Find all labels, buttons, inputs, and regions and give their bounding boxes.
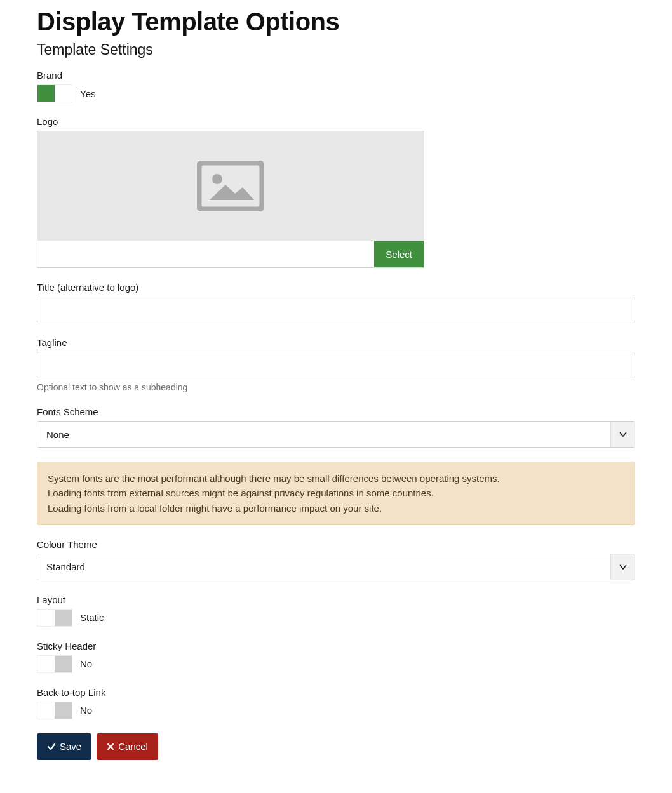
field-layout: Layout Static — [37, 594, 635, 627]
fonts-alert-line1: System fonts are the most performant alt… — [48, 471, 624, 486]
cancel-button-label: Cancel — [118, 741, 148, 752]
fonts-alert: System fonts are the most performant alt… — [37, 462, 635, 525]
backtotop-toggle[interactable] — [37, 702, 72, 719]
logo-select-button[interactable]: Select — [374, 241, 424, 267]
colour-label: Colour Theme — [37, 539, 635, 550]
action-row: Save Cancel — [37, 733, 635, 760]
fonts-label: Fonts Scheme — [37, 406, 635, 417]
chevron-down-icon — [610, 422, 635, 447]
logo-label: Logo — [37, 116, 635, 127]
tagline-help: Optional text to show as a subheading — [37, 382, 635, 392]
backtotop-label: Back-to-top Link — [37, 687, 635, 698]
colour-select[interactable]: Standard — [37, 554, 635, 580]
sticky-label: Sticky Header — [37, 641, 635, 651]
fonts-alert-line3: Loading fonts from a local folder might … — [48, 501, 624, 516]
page-subtitle: Template Settings — [37, 41, 635, 58]
field-colour: Colour Theme Standard — [37, 539, 635, 580]
fonts-value: None — [37, 422, 610, 447]
close-icon — [107, 743, 114, 750]
layout-toggle[interactable] — [37, 609, 72, 627]
brand-state: Yes — [80, 88, 95, 99]
fonts-select[interactable]: None — [37, 421, 635, 448]
chevron-down-icon — [610, 554, 635, 580]
image-placeholder-icon — [197, 161, 264, 211]
field-backtotop: Back-to-top Link No — [37, 687, 635, 719]
sticky-state: No — [80, 658, 92, 669]
page-title: Display Template Options — [37, 8, 635, 36]
field-sticky: Sticky Header No — [37, 641, 635, 673]
check-icon — [47, 742, 56, 751]
colour-value: Standard — [37, 554, 610, 580]
field-tagline: Tagline Optional text to show as a subhe… — [37, 337, 635, 392]
sticky-toggle[interactable] — [37, 655, 72, 673]
field-fonts: Fonts Scheme None — [37, 406, 635, 448]
cancel-button[interactable]: Cancel — [97, 733, 158, 760]
brand-label: Brand — [37, 70, 635, 81]
field-brand: Brand Yes — [37, 70, 635, 102]
save-button-label: Save — [60, 741, 81, 752]
title-input[interactable] — [37, 297, 635, 323]
field-logo: Logo Select — [37, 116, 635, 268]
logo-box: Select — [37, 131, 424, 268]
tagline-label: Tagline — [37, 337, 635, 348]
field-title: Title (alternative to logo) — [37, 282, 635, 323]
brand-toggle[interactable] — [37, 84, 72, 102]
tagline-input[interactable] — [37, 352, 635, 378]
svg-point-1 — [212, 174, 222, 184]
layout-state: Static — [80, 612, 104, 623]
logo-input[interactable] — [37, 241, 374, 267]
layout-label: Layout — [37, 594, 635, 605]
save-button[interactable]: Save — [37, 733, 91, 760]
logo-preview — [37, 131, 424, 241]
svg-rect-0 — [199, 163, 262, 210]
title-label: Title (alternative to logo) — [37, 282, 635, 293]
fonts-alert-line2: Loading fonts from external sources migh… — [48, 486, 624, 500]
backtotop-state: No — [80, 705, 92, 716]
